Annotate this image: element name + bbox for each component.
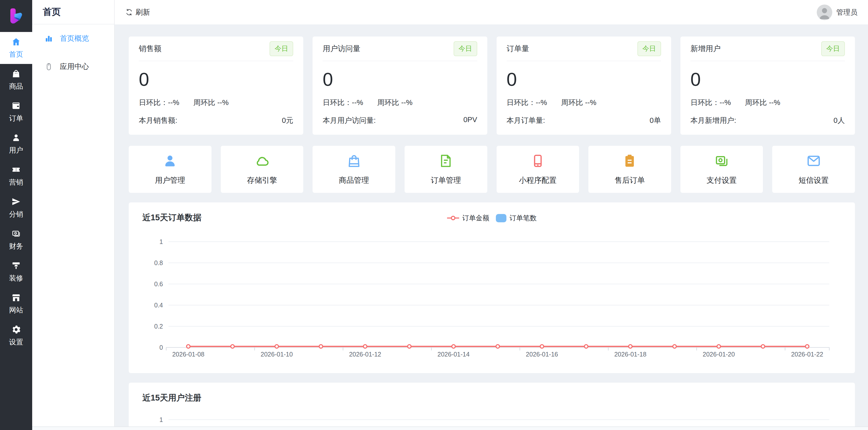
submenu-item[interactable]: 应用中心	[32, 53, 114, 81]
cloud-icon	[254, 153, 270, 169]
sidebar-item-gear[interactable]: 设置	[0, 320, 32, 352]
user-filled-icon	[162, 153, 178, 169]
submenu-item-label: 首页概览	[60, 33, 89, 44]
stat-ratios: 日环比：--%周环比 --%	[139, 98, 293, 108]
sidebar-item-cash[interactable]: 财务	[0, 224, 32, 256]
legend-item[interactable]: 订单笔数	[496, 213, 536, 223]
stat-value: 0	[690, 69, 845, 90]
plane-icon	[11, 197, 21, 206]
shortcut-label: 支付设置	[707, 175, 737, 185]
bar-chart-icon	[44, 34, 53, 43]
primary-sidebar: 首页商品订单用户营销分销财务装修网站设置	[0, 0, 32, 430]
app-logo-icon	[6, 6, 26, 26]
sidebar-item-brush[interactable]: 装修	[0, 256, 32, 288]
primary-nav: 首页商品订单用户营销分销财务装修网站设置	[0, 32, 32, 352]
refresh-button[interactable]: 刷新	[125, 7, 150, 18]
chart-legend: 订单金额订单笔数	[447, 213, 536, 223]
sidebar-item-label: 财务	[9, 241, 23, 251]
square-marker-icon	[496, 214, 506, 222]
stat-ratios: 日环比：--%周环比 --%	[690, 98, 845, 108]
today-badge: 今日	[638, 41, 661, 56]
mail-icon	[806, 153, 822, 169]
legend-item[interactable]: 订单金额	[447, 213, 489, 223]
admin-menu[interactable]: 管理员	[817, 4, 858, 20]
shortcut-cash-outline[interactable]: 支付设置	[680, 146, 763, 193]
stat-card: 订单量今日0日环比：--%周环比 --%本月订单量:0单	[497, 36, 671, 135]
shortcut-label: 存储引擎	[247, 175, 277, 185]
day-ratio: 日环比：--%	[507, 98, 547, 108]
svg-text:0.4: 0.4	[154, 302, 163, 309]
stat-title: 订单量	[507, 44, 529, 54]
orders-chart-plot: 00.20.40.60.812026-01-082026-01-102026-0…	[129, 202, 855, 373]
wallet-icon	[11, 101, 21, 111]
app-logo[interactable]	[0, 0, 32, 32]
sidebar-item-shop[interactable]: 网站	[0, 288, 32, 320]
bag-icon	[11, 69, 21, 79]
shortcuts-row: 用户管理存储引擎商品管理订单管理小程序配置售后订单支付设置短信设置	[129, 146, 855, 193]
shortcut-doc[interactable]: 订单管理	[405, 146, 487, 193]
stat-card-header: 订单量今日	[507, 36, 661, 61]
submenu-item[interactable]: 首页概览	[32, 24, 114, 53]
clipboard-icon	[622, 153, 638, 169]
shortcut-mail[interactable]: 短信设置	[772, 146, 855, 193]
day-ratio: 日环比：--%	[322, 98, 363, 108]
today-badge: 今日	[270, 41, 293, 56]
sidebar-item-wallet[interactable]: 订单	[0, 96, 32, 128]
svg-text:2026-01-18: 2026-01-18	[614, 351, 647, 358]
stat-title: 新增用户	[690, 44, 721, 54]
svg-text:0: 0	[159, 344, 163, 351]
stat-value: 0	[507, 69, 661, 90]
day-ratio: 日环比：--%	[690, 98, 731, 108]
doc-icon	[438, 153, 454, 169]
svg-text:2026-01-08: 2026-01-08	[172, 351, 205, 358]
month-label: 本月用户访问量:	[322, 116, 376, 125]
stat-card-header: 用户访问量今日	[322, 36, 477, 61]
today-badge: 今日	[454, 41, 477, 56]
shortcut-label: 用户管理	[155, 175, 185, 185]
stat-month-row: 本月销售额:0元	[139, 116, 293, 125]
svg-text:0.2: 0.2	[154, 323, 163, 330]
day-ratio: 日环比：--%	[139, 98, 179, 108]
month-label: 本月销售额:	[139, 116, 177, 125]
shop-icon	[11, 293, 21, 303]
mouse-icon	[44, 62, 53, 71]
svg-text:0.8: 0.8	[154, 259, 163, 266]
svg-text:2026-01-12: 2026-01-12	[349, 351, 381, 358]
shortcut-cloud[interactable]: 存储引擎	[221, 146, 304, 193]
shortcut-label: 小程序配置	[519, 175, 557, 185]
svg-text:2026-01-10: 2026-01-10	[261, 351, 293, 358]
shortcut-user-filled[interactable]: 用户管理	[129, 146, 212, 193]
refresh-icon	[125, 8, 133, 16]
shortcut-phone[interactable]: 小程序配置	[497, 146, 579, 193]
month-value: 0元	[282, 116, 293, 125]
stat-card: 新增用户今日0日环比：--%周环比 --%本月新增用户:0人	[680, 36, 855, 135]
avatar	[817, 4, 832, 20]
month-value: 0人	[834, 116, 845, 125]
shortcut-clipboard[interactable]: 售后订单	[588, 146, 671, 193]
stat-month-row: 本月新增用户:0人	[690, 116, 845, 125]
shortcut-label: 短信设置	[799, 175, 829, 185]
stat-card-header: 新增用户今日	[690, 36, 845, 61]
stat-month-row: 本月用户访问量:0PV	[322, 116, 477, 125]
stat-value: 0	[139, 69, 293, 90]
month-label: 本月新增用户:	[690, 116, 736, 125]
sidebar-item-bag[interactable]: 商品	[0, 64, 32, 96]
sidebar-item-label: 用户	[9, 145, 23, 155]
sidebar-item-user[interactable]: 用户	[0, 128, 32, 160]
topbar: 刷新 管理员	[115, 0, 868, 24]
sidebar-item-home[interactable]: 首页	[0, 32, 32, 64]
sidebar-item-label: 首页	[9, 50, 23, 59]
svg-text:2026-01-22: 2026-01-22	[791, 351, 823, 358]
submenu-list: 首页概览应用中心	[32, 24, 114, 81]
svg-text:2026-01-20: 2026-01-20	[703, 351, 735, 358]
shortcut-bag-outline[interactable]: 商品管理	[313, 146, 395, 193]
week-ratio: 周环比 --%	[377, 98, 412, 108]
week-ratio: 周环比 --%	[193, 98, 228, 108]
stat-title: 销售额	[139, 44, 161, 54]
sidebar-item-plane[interactable]: 分销	[0, 192, 32, 224]
sidebar-item-ticket[interactable]: 营销	[0, 160, 32, 192]
ticket-icon	[11, 165, 21, 174]
horizontal-scrollbar-track[interactable]	[32, 427, 868, 430]
legend-label: 订单金额	[462, 213, 489, 223]
sidebar-item-label: 设置	[9, 337, 23, 347]
